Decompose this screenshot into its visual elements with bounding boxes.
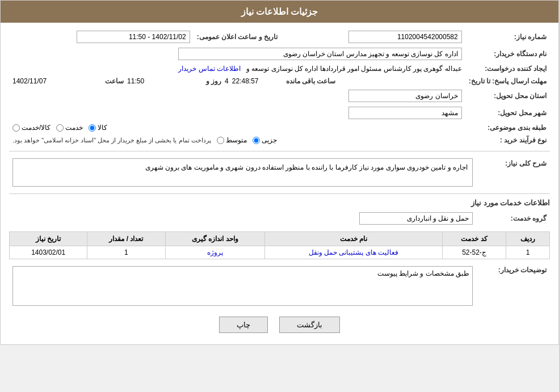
creator-label: ایجاد کننده درخواست: bbox=[465, 62, 550, 75]
deadline-days-box: 4 bbox=[225, 77, 229, 85]
creator-text: عبداله گوهری پور کارشناس مسئول امور قرار… bbox=[246, 65, 462, 73]
services-table: ردیف کد خدمت نام خدمت واحد اندازه گیری ت… bbox=[9, 231, 550, 259]
buyer-notes-text: طبق مشخصات و شرایط پیوست bbox=[377, 269, 469, 277]
creator-contact-link[interactable]: اطلاعات تماس خریدار bbox=[178, 65, 241, 73]
buyer-notes-label: توضیحات خریدار: bbox=[476, 264, 550, 308]
buyer-notes-box: طبق مشخصات و شرایط پیوست bbox=[12, 266, 473, 306]
deadline-time-label: ساعت bbox=[50, 77, 124, 85]
info-table-top: شماره نیاز: 1102004542000582 تاریخ و ساع… bbox=[9, 28, 550, 146]
need-number-label: شماره نیاز: bbox=[465, 28, 550, 45]
deadline-remaining-box: 22:48:57 bbox=[232, 77, 259, 85]
cell-code: ج-52-52 bbox=[442, 246, 506, 259]
category-radio-kala[interactable] bbox=[89, 124, 96, 132]
purchase-type-note: پرداخت تمام یا بخشی از مبلغ خریدار از مح… bbox=[12, 137, 211, 144]
col-date: تاریخ نیاز bbox=[10, 232, 87, 246]
province-label: استان محل تحویل: bbox=[465, 87, 550, 104]
col-unit: واحد اندازه گیری bbox=[165, 232, 265, 246]
buyer-notes-value: طبق مشخصات و شرایط پیوست bbox=[9, 264, 476, 308]
deadline-remaining-label: ساعت باقی مانده bbox=[262, 77, 336, 85]
col-row: ردیف bbox=[506, 232, 550, 246]
announce-date-box: 1402/11/02 - 11:50 bbox=[77, 31, 190, 43]
province-value: خراسان رضوی bbox=[9, 87, 465, 104]
services-section-title: اطلاعات خدمات مورد نیاز bbox=[9, 199, 550, 207]
category-label-kala: کالا bbox=[98, 124, 107, 132]
col-code: کد خدمت bbox=[442, 232, 506, 246]
back-button[interactable]: بازگشت bbox=[279, 317, 340, 333]
service-group-value: حمل و نقل و انبارداری bbox=[9, 210, 476, 227]
buyer-notes-table: توضیحات خریدار: طبق مشخصات و شرایط پیوست bbox=[9, 264, 550, 308]
province-box: خراسان رضوی bbox=[348, 90, 462, 102]
col-name: نام خدمت bbox=[265, 232, 442, 246]
category-row: کالا/خدمت خدمت کالا bbox=[9, 121, 465, 134]
deadline-time-box: 11:50 bbox=[127, 77, 144, 85]
deadline-row: 1402/11/07 ساعت 11:50 روز و 4 22:48:57 س… bbox=[9, 75, 465, 87]
divider-1 bbox=[9, 151, 550, 151]
purchase-type-label-partial: جزیی bbox=[262, 136, 277, 144]
cell-qty: 1 bbox=[87, 246, 165, 259]
cell-date: 1403/02/01 bbox=[10, 246, 87, 259]
category-radio-kala-khidmat[interactable] bbox=[12, 124, 20, 132]
purchase-type-partial[interactable]: جزیی bbox=[253, 136, 277, 144]
purchase-type-radio-partial[interactable] bbox=[253, 137, 260, 144]
city-label: شهر محل تحویل: bbox=[465, 104, 550, 121]
purchase-type-row: پرداخت تمام یا بخشی از مبلغ خریدار از مح… bbox=[9, 134, 465, 146]
category-kala-khidmat[interactable]: کالا/خدمت bbox=[12, 124, 51, 132]
table-row: 1 ج-52-52 فعالیت های پشتیبانی حمل ونقل پ… bbox=[10, 246, 550, 259]
deadline-days-label: روز و bbox=[148, 77, 221, 85]
creator-value: عبداله گوهری پور کارشناس مسئول امور قرار… bbox=[9, 62, 465, 75]
category-radio-khidmat[interactable] bbox=[56, 124, 64, 132]
service-group-box: حمل و نقل و انبارداری bbox=[359, 212, 473, 225]
purchase-type-label-moderate: متوسط bbox=[226, 136, 247, 144]
announce-date-label: تاریخ و ساعت اعلان عمومی: bbox=[194, 28, 281, 45]
purchase-type-label: نوع فرآیند خرید : bbox=[465, 134, 550, 146]
need-number-box: 1102004542000582 bbox=[348, 31, 462, 43]
main-content: شماره نیاز: 1102004542000582 تاریخ و ساع… bbox=[1, 23, 558, 344]
service-group-table: گروه خدمت: حمل و نقل و انبارداری bbox=[9, 210, 550, 227]
cell-row: 1 bbox=[506, 246, 550, 259]
col-qty: تعداد / مقدار bbox=[87, 232, 165, 246]
description-value: اجاره و تامین خودروی سواری مورد نیاز کار… bbox=[9, 156, 476, 189]
category-khidmat[interactable]: خدمت bbox=[56, 124, 83, 132]
cell-unit: پروژه bbox=[165, 246, 265, 259]
description-text: اجاره و تامین خودروی سواری مورد نیاز کار… bbox=[145, 163, 468, 171]
purchase-type-moderate[interactable]: متوسط bbox=[217, 136, 247, 144]
category-kala[interactable]: کالا bbox=[89, 124, 107, 132]
page-wrapper: جزئیات اطلاعات نیاز شماره نیاز: 11020045… bbox=[0, 0, 559, 345]
buyer-org-box: اداره کل نوسازی توسعه و تجهیز مدارس استا… bbox=[178, 48, 462, 60]
service-group-label: گروه خدمت: bbox=[476, 210, 550, 227]
city-value: مشهد bbox=[9, 104, 465, 121]
buyer-org-value: اداره کل نوسازی توسعه و تجهیز مدارس استا… bbox=[9, 45, 465, 62]
divider-2 bbox=[9, 193, 550, 194]
cell-name: فعالیت های پشتیبانی حمل ونقل bbox=[265, 246, 442, 259]
description-table: شرح کلی نیاز: اجاره و تامین خودروی سواری… bbox=[9, 156, 550, 189]
category-label-kala-khidmat: کالا/خدمت bbox=[22, 124, 51, 132]
category-label-khidmat: خدمت bbox=[65, 124, 83, 132]
description-box: اجاره و تامین خودروی سواری مورد نیاز کار… bbox=[12, 158, 473, 187]
city-box: مشهد bbox=[348, 107, 462, 119]
deadline-date-box: 1402/11/07 bbox=[12, 77, 47, 85]
announce-date-value: 1402/11/02 - 11:50 bbox=[9, 28, 194, 45]
category-label: طبقه بندی موضوعی: bbox=[465, 121, 550, 134]
buttons-row: بازگشت چاپ bbox=[9, 317, 550, 333]
page-header: جزئیات اطلاعات نیاز bbox=[1, 1, 558, 23]
page-title: جزئیات اطلاعات نیاز bbox=[241, 7, 318, 16]
print-button[interactable]: چاپ bbox=[219, 317, 268, 333]
buyer-org-label: نام دستگاه خریدار: bbox=[465, 45, 550, 62]
deadline-label: مهلت ارسال پاسخ: تا تاریخ: bbox=[465, 75, 550, 87]
purchase-type-radio-moderate[interactable] bbox=[217, 137, 224, 144]
need-number-value: 1102004542000582 bbox=[281, 28, 465, 45]
description-label: شرح کلی نیاز: bbox=[476, 156, 550, 189]
